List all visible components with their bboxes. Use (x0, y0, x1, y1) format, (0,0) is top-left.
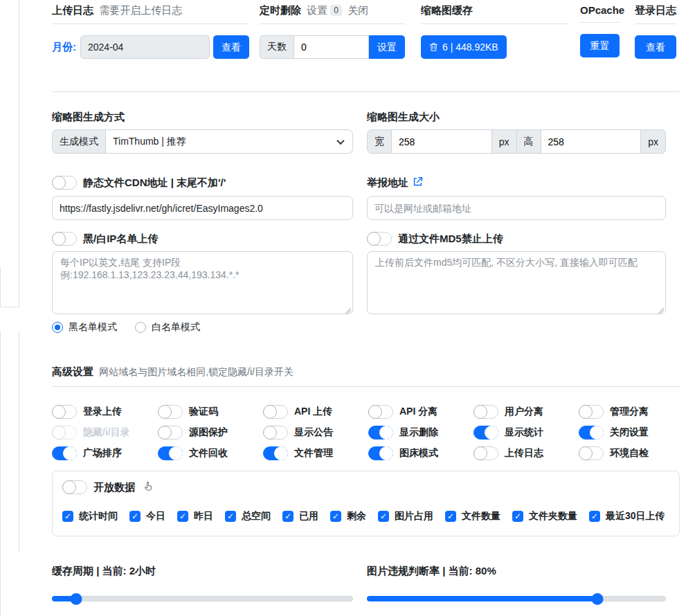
switch-label: 隐藏/i/目录 (83, 426, 130, 439)
open-data-checkbox[interactable]: ✓文件数量 (445, 510, 500, 523)
checkbox-checked-icon[interactable]: ✓ (445, 511, 456, 522)
left-card-border-bottom-inner (19, 332, 19, 553)
slider-thumb[interactable] (591, 593, 603, 605)
toggle-switch[interactable] (473, 446, 498, 460)
report-address-input[interactable] (367, 196, 666, 220)
toggle-switch[interactable] (368, 405, 393, 419)
open-data-checkbox[interactable]: ✓最近30日上传 (589, 510, 665, 523)
upload-log-hint: 需要开启上传日志 (99, 4, 182, 16)
chevron-down-icon (336, 136, 344, 144)
toggle-switch[interactable] (263, 405, 288, 419)
width-unit: px (492, 129, 517, 154)
toggle-switch[interactable] (158, 446, 183, 460)
toggle-switch[interactable] (368, 426, 393, 440)
month-input[interactable] (80, 35, 210, 59)
radio-label: 黑名单模式 (69, 321, 117, 334)
resize-handle-icon[interactable] (345, 307, 351, 314)
checkbox-checked-icon[interactable]: ✓ (129, 511, 141, 522)
open-data-checkbox[interactable]: ✓统计时间 (62, 510, 118, 523)
open-data-toggle[interactable] (62, 480, 87, 494)
month-label: 月份: (52, 35, 76, 59)
scheduled-delete-header: 定时删除 设置 0 关闭 (260, 4, 405, 24)
checkbox-checked-icon[interactable]: ✓ (512, 511, 523, 522)
open-data-checkbox[interactable]: ✓今日 (129, 510, 165, 523)
switch-label: API 上传 (294, 406, 332, 418)
thumb-width-input[interactable] (392, 129, 492, 154)
days-set-button[interactable]: 设置 (369, 35, 405, 59)
checkbox-label: 总空间 (242, 510, 271, 523)
checkbox-checked-icon[interactable]: ✓ (589, 511, 600, 522)
ip-mode-radio[interactable]: 白名单模式 (135, 321, 200, 334)
open-data-checkbox[interactable]: ✓图片占用 (378, 510, 433, 523)
thumb-mode-section: 缩略图生成方式 生成模式 TimThumb | 推荐 (52, 110, 353, 154)
slider-thumb[interactable] (70, 593, 82, 605)
report-label: 举报地址 (367, 176, 408, 190)
scheduled-delete-title: 定时删除 (260, 4, 301, 16)
checkbox-checked-icon[interactable]: ✓ (225, 511, 236, 522)
cdn-toggle[interactable] (52, 176, 77, 190)
advanced-switch-item: 显示公告 (263, 426, 368, 440)
advanced-switch-item: 验证码 (158, 405, 263, 419)
open-data-checkbox-row: ✓统计时间✓今日✓昨日✓总空间✓已用✓剩余✓图片占用✓文件数量✓文件夹数量✓最近… (62, 510, 669, 523)
switch-label: 登录上传 (83, 406, 122, 418)
open-data-checkbox[interactable]: ✓剩余 (330, 510, 366, 523)
ip-list-textarea[interactable] (52, 251, 353, 314)
ip-mode-radio[interactable]: 黑名单模式 (52, 321, 117, 334)
violation-rate-slider[interactable] (367, 593, 666, 604)
thumb-cache-clear-button[interactable]: 6 | 448.92KB (421, 35, 507, 59)
checkbox-checked-icon[interactable]: ✓ (378, 511, 389, 522)
radio-checked-icon[interactable] (52, 322, 63, 333)
resize-handle-icon[interactable] (658, 307, 664, 314)
toggle-switch[interactable] (473, 426, 498, 440)
md5-toggle[interactable] (367, 232, 392, 246)
advanced-switch-item: 关闭设置 (579, 426, 680, 440)
cdn-url-input[interactable] (52, 196, 353, 220)
toggle-switch[interactable] (52, 405, 77, 419)
days-input[interactable] (294, 35, 369, 59)
opcache-reset-button[interactable]: 重置 (580, 34, 620, 57)
slider-track[interactable] (52, 596, 353, 601)
switch-label: 广场排序 (83, 447, 122, 460)
toggle-switch[interactable] (579, 405, 604, 419)
checkbox-checked-icon[interactable]: ✓ (62, 511, 73, 522)
radio-unchecked-icon[interactable] (135, 322, 146, 333)
toggle-switch[interactable] (263, 446, 288, 460)
open-data-checkbox[interactable]: ✓已用 (282, 510, 318, 523)
scheduled-delete-hint-prefix: 设置 (307, 4, 327, 16)
toggle-switch[interactable] (263, 426, 288, 440)
toggle-switch[interactable] (368, 446, 393, 460)
md5-textarea[interactable] (367, 251, 666, 314)
toggle-switch[interactable] (473, 405, 498, 419)
open-data-checkbox[interactable]: ✓昨日 (177, 510, 213, 523)
ip-list-toggle[interactable] (52, 232, 77, 246)
login-log-view-button[interactable]: 查看 (635, 35, 676, 59)
upload-log-view-button[interactable]: 查看 (213, 35, 249, 59)
thumb-mode-addon: 生成模式 (52, 129, 106, 154)
login-log-section: 登录日志 查看 (635, 4, 676, 59)
toggle-switch[interactable] (579, 426, 604, 440)
open-data-checkbox[interactable]: ✓文件夹数量 (512, 510, 577, 523)
checkbox-checked-icon[interactable]: ✓ (177, 511, 188, 522)
external-link-icon[interactable] (413, 176, 423, 190)
toggle-switch[interactable] (52, 446, 77, 460)
checkbox-label: 最近30日上传 (606, 510, 665, 523)
advanced-switch-item: 隐藏/i/目录 (52, 426, 158, 440)
advanced-switch-item: 文件管理 (263, 446, 368, 460)
top-action-row: 上传日志 需要开启上传日志 月份: 查看 定时删除 设置 0 关闭 天数 设置 (52, 0, 680, 59)
toggle-switch[interactable] (52, 426, 77, 440)
checkbox-checked-icon[interactable]: ✓ (330, 511, 341, 522)
thumb-mode-select[interactable]: TimThumb | 推荐 (106, 129, 353, 154)
toggle-switch[interactable] (579, 446, 604, 460)
advanced-switch-item: 用户分离 (473, 405, 579, 419)
hand-pointer-icon (143, 481, 153, 494)
slider-fill (367, 596, 597, 601)
open-data-checkbox[interactable]: ✓总空间 (225, 510, 271, 523)
switch-label: 图床模式 (399, 447, 438, 460)
scheduled-delete-hint-suffix: 关闭 (348, 4, 368, 16)
thumb-height-input[interactable] (541, 129, 642, 154)
toggle-switch[interactable] (158, 426, 183, 440)
switch-label: 显示公告 (294, 426, 333, 439)
toggle-switch[interactable] (158, 405, 183, 419)
checkbox-checked-icon[interactable]: ✓ (282, 511, 294, 522)
cache-cycle-slider[interactable] (52, 593, 353, 604)
